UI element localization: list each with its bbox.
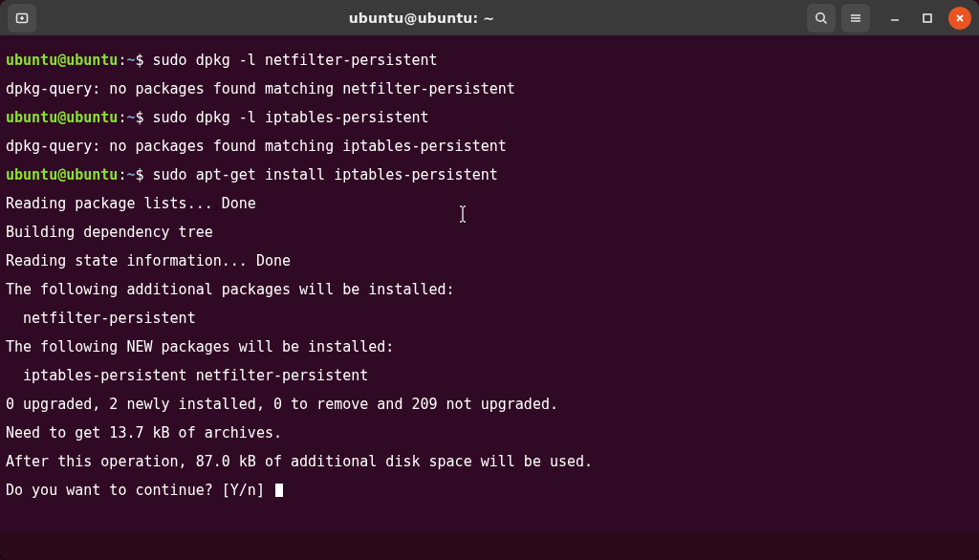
prompt-sep-dollar: $ <box>135 166 152 183</box>
output-line: Building dependency tree <box>6 226 973 240</box>
minimize-icon <box>888 11 902 25</box>
search-icon <box>814 11 829 26</box>
maximize-button[interactable] <box>916 7 939 30</box>
prompt-sep-dollar: $ <box>135 109 152 126</box>
svg-rect-2 <box>924 14 931 22</box>
prompt-sep-dollar: $ <box>135 52 152 69</box>
prompt-userhost: ubuntu@ubuntu <box>6 52 118 69</box>
titlebar-left-group <box>8 4 36 32</box>
minimize-button[interactable] <box>883 7 906 30</box>
output-line: The following additional packages will b… <box>6 283 973 297</box>
output-line: Reading package lists... Done <box>6 197 973 211</box>
command-2: sudo dpkg -l iptables-persistent <box>153 109 429 126</box>
output-line: dpkg-query: no packages found matching i… <box>6 140 973 154</box>
terminal-wrapper: ubuntu@ubuntu:~$ sudo dpkg -l netfilter-… <box>0 35 979 560</box>
title-bar[interactable]: ubuntu@ubuntu: ~ <box>0 0 979 35</box>
command-1: sudo dpkg -l netfilter-persistent <box>153 52 438 69</box>
output-line: Need to get 13.7 kB of archives. <box>6 426 973 441</box>
hamburger-icon <box>848 11 863 26</box>
output-line: 0 upgraded, 2 newly installed, 0 to remo… <box>6 398 973 412</box>
output-line: netfilter-persistent <box>6 312 973 326</box>
terminal-cursor <box>275 484 283 497</box>
window-title: ubuntu@ubuntu: ~ <box>349 11 495 26</box>
terminal-window: ubuntu@ubuntu: ~ <box>0 0 979 560</box>
prompt-line-1: ubuntu@ubuntu:~$ sudo dpkg -l netfilter-… <box>6 54 973 68</box>
continue-prompt: Do you want to continue? [Y/n] <box>6 482 273 499</box>
menu-button[interactable] <box>841 4 870 32</box>
output-line: iptables-persistent netfilter-persistent <box>6 369 973 383</box>
window-controls <box>883 7 971 30</box>
close-button[interactable] <box>948 7 971 30</box>
new-tab-icon <box>14 11 30 26</box>
terminal-viewport[interactable]: ubuntu@ubuntu:~$ sudo dpkg -l netfilter-… <box>0 35 979 532</box>
output-line: dpkg-query: no packages found matching n… <box>6 82 973 97</box>
search-button[interactable] <box>807 4 836 32</box>
output-line: The following NEW packages will be insta… <box>6 340 973 355</box>
prompt-line-3: ubuntu@ubuntu:~$ sudo apt-get install ip… <box>6 168 973 183</box>
prompt-userhost: ubuntu@ubuntu <box>6 166 118 183</box>
prompt-line-2: ubuntu@ubuntu:~$ sudo dpkg -l iptables-p… <box>6 111 973 125</box>
close-icon <box>954 12 966 24</box>
maximize-icon <box>921 11 934 25</box>
svg-point-1 <box>816 13 824 21</box>
new-tab-button[interactable] <box>8 4 36 32</box>
output-line: Reading state information... Done <box>6 254 973 269</box>
titlebar-right-group <box>807 4 971 32</box>
prompt-userhost: ubuntu@ubuntu <box>6 109 118 126</box>
continue-prompt-line: Do you want to continue? [Y/n] <box>6 484 973 498</box>
command-3: sudo apt-get install iptables-persistent <box>153 166 498 183</box>
output-line: After this operation, 87.0 kB of additio… <box>6 455 973 469</box>
